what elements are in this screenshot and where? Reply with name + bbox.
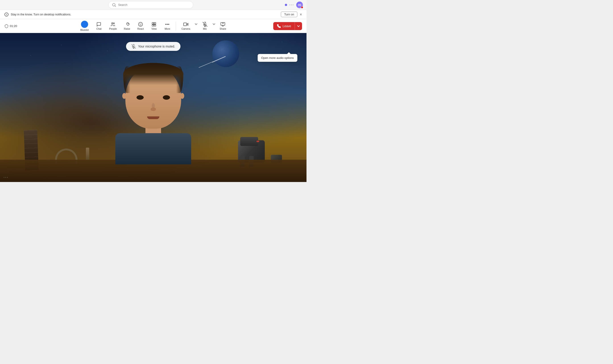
- svg-point-12: [167, 24, 168, 25]
- camera-chevron-icon: [195, 23, 197, 25]
- video-more-button[interactable]: ···: [4, 175, 9, 179]
- share-button[interactable]: Share: [216, 21, 230, 31]
- toolbar-right: Leave: [273, 22, 302, 30]
- leave-chevron-icon: [297, 25, 300, 27]
- info-icon: i: [4, 13, 9, 16]
- mic-chevron-icon: [213, 23, 215, 25]
- camera-label: Camera: [181, 27, 190, 30]
- leave-chevron[interactable]: [295, 23, 302, 29]
- toolbar: 01:20 Bluedot Chat People: [0, 19, 307, 33]
- svg-point-13: [169, 24, 169, 25]
- chat-button[interactable]: Chat: [92, 21, 105, 31]
- react-icon: [138, 22, 143, 27]
- search-input[interactable]: [118, 3, 190, 6]
- toolbar-left: 01:20: [4, 24, 17, 28]
- more-icon: [165, 22, 170, 27]
- leave-button-group[interactable]: Leave: [273, 22, 302, 30]
- online-status-dot: [285, 4, 287, 6]
- mic-label: Mic: [203, 27, 207, 30]
- leave-main[interactable]: Leave: [273, 22, 295, 30]
- leave-label: Leave: [283, 24, 291, 28]
- phone-icon: [277, 24, 281, 28]
- view-icon: [151, 22, 156, 27]
- people-button[interactable]: People: [105, 21, 120, 31]
- toolbar-center: Bluedot Chat People Raise: [77, 20, 230, 32]
- chat-icon: [96, 22, 101, 27]
- mic-icon: [203, 22, 208, 27]
- bluedot-indicator: [81, 21, 88, 28]
- camera-group: Camera: [178, 21, 198, 31]
- react-label: React: [137, 27, 144, 30]
- mic-button[interactable]: Mic: [198, 21, 212, 31]
- audio-options-tooltip: Open more audio options: [258, 54, 297, 62]
- svg-point-0: [113, 3, 115, 6]
- react-button[interactable]: React: [134, 21, 147, 31]
- bluedot-button[interactable]: Bluedot: [77, 20, 92, 32]
- view-button[interactable]: View: [147, 21, 161, 31]
- mute-banner-icon: [131, 44, 136, 49]
- svg-point-3: [114, 23, 115, 24]
- raise-label: Raise: [124, 27, 130, 30]
- mute-banner: Your microphone is muted.: [126, 42, 181, 51]
- search-box[interactable]: [108, 1, 193, 9]
- more-button[interactable]: More: [161, 21, 174, 31]
- camera-button[interactable]: Camera: [178, 21, 194, 31]
- share-icon: [220, 22, 225, 27]
- notification-actions: Turn on ×: [281, 12, 302, 17]
- share-label: Share: [220, 27, 226, 30]
- raise-button[interactable]: Raise: [120, 21, 134, 31]
- shield-icon: [4, 24, 9, 28]
- more-options-button[interactable]: ···: [289, 2, 294, 7]
- call-timer: 01:20: [10, 24, 17, 28]
- svg-line-1: [115, 6, 116, 7]
- turn-on-button[interactable]: Turn on: [281, 12, 297, 17]
- svg-rect-15: [183, 23, 187, 26]
- raise-icon: [125, 22, 130, 27]
- avatar-badge: [301, 6, 303, 9]
- svg-rect-7: [152, 23, 154, 24]
- people-label: People: [109, 27, 117, 30]
- view-label: View: [151, 27, 157, 30]
- mic-chevron-button[interactable]: [212, 23, 216, 26]
- camera-icon: [183, 22, 188, 27]
- camera-chevron-button[interactable]: [194, 23, 198, 26]
- mic-group: Mic: [198, 21, 216, 31]
- svg-rect-9: [152, 25, 154, 26]
- bluedot-label: Bluedot: [80, 28, 89, 31]
- chat-label: Chat: [96, 27, 102, 30]
- toolbar-divider: [176, 22, 176, 31]
- people-icon: [110, 22, 115, 27]
- mute-message: Your microphone is muted.: [138, 45, 175, 48]
- svg-point-11: [166, 24, 166, 25]
- svg-point-4: [139, 22, 143, 26]
- notification-bar: i Stay in the know. Turn on desktop noti…: [0, 10, 307, 19]
- avatar[interactable]: DE: [296, 1, 303, 8]
- svg-marker-14: [187, 23, 188, 25]
- top-right: ··· DE: [285, 1, 303, 8]
- video-area: Your microphone is muted. Open more audi…: [0, 33, 307, 182]
- svg-rect-8: [154, 23, 156, 24]
- notification-message: i Stay in the know. Turn on desktop noti…: [4, 13, 71, 16]
- more-label: More: [165, 27, 170, 30]
- top-bar: ··· DE: [0, 0, 307, 10]
- svg-rect-10: [154, 25, 156, 26]
- svg-point-2: [112, 23, 113, 24]
- close-notification-button[interactable]: ×: [300, 13, 302, 16]
